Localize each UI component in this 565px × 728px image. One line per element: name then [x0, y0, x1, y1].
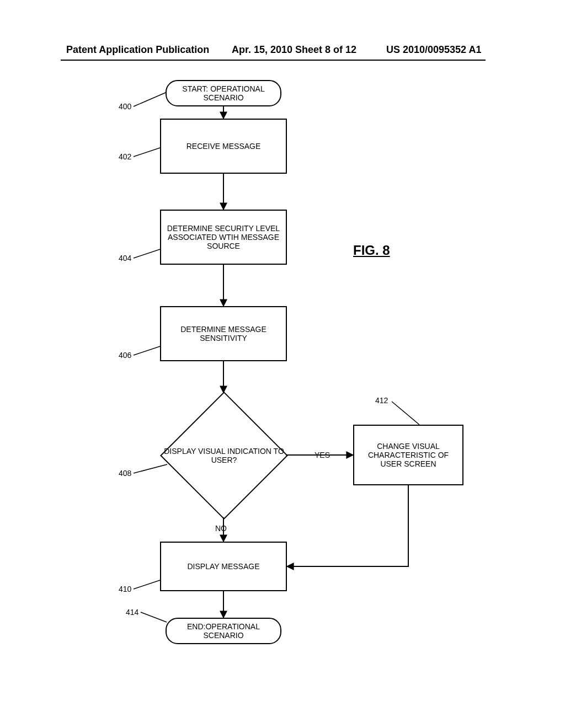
ref-410: 410: [119, 585, 131, 593]
header-right: US 2010/0095352 A1: [386, 44, 481, 56]
edge-yes: YES: [315, 451, 330, 459]
svg-line-8: [134, 148, 160, 157]
node-display-text: DISPLAY MESSAGE: [188, 562, 260, 571]
node-detsec: DETERMINE SECURITY LEVEL ASSOCIATED WTIH…: [160, 210, 287, 265]
figure-label: FIG. 8: [353, 243, 390, 258]
node-disvis-text: DISPLAY VISUAL INDICATION TO USER?: [163, 447, 285, 464]
node-detsen: DETERMINE MESSAGE SENSITIVITY: [160, 306, 287, 361]
svg-line-14: [392, 402, 419, 425]
svg-line-9: [134, 249, 160, 258]
node-end-text: END:OPERATIONAL SCENARIO: [172, 622, 275, 640]
ref-404: 404: [119, 254, 131, 263]
header-rule: [61, 60, 486, 61]
node-detsec-text: DETERMINE SECURITY LEVEL ASSOCIATED WTIH…: [164, 224, 282, 250]
svg-line-11: [134, 464, 167, 473]
ref-414: 414: [126, 608, 138, 617]
ref-400: 400: [119, 102, 131, 111]
svg-line-12: [134, 580, 160, 589]
connectors: [0, 0, 565, 728]
node-receive-text: RECEIVE MESSAGE: [186, 142, 261, 151]
page: Patent Application Publication Apr. 15, …: [0, 0, 565, 728]
header-left: Patent Application Publication: [66, 44, 209, 56]
ref-406: 406: [119, 351, 131, 360]
node-change-text: CHANGE VISUAL CHARACTERISTIC OF USER SCR…: [358, 442, 459, 468]
node-change: CHANGE VISUAL CHARACTERISTIC OF USER SCR…: [353, 425, 463, 485]
node-receive: RECEIVE MESSAGE: [160, 119, 287, 174]
edge-no: NO: [215, 524, 227, 533]
svg-line-10: [134, 346, 160, 355]
node-detsen-text: DETERMINE MESSAGE SENSITIVITY: [164, 325, 282, 342]
svg-line-13: [141, 612, 167, 622]
header-mid: Apr. 15, 2010 Sheet 8 of 12: [232, 44, 356, 56]
ref-408: 408: [119, 469, 131, 478]
node-start: START: OPERATIONAL SCENARIO: [166, 80, 281, 106]
node-disvis: DISPLAY VISUAL INDICATION TO USER?: [160, 392, 288, 520]
svg-line-7: [134, 93, 166, 106]
node-end: END:OPERATIONAL SCENARIO: [166, 618, 281, 644]
node-display: DISPLAY MESSAGE: [160, 542, 287, 591]
ref-412: 412: [375, 396, 388, 405]
ref-402: 402: [119, 152, 131, 161]
node-start-text: START: OPERATIONAL SCENARIO: [172, 84, 275, 102]
